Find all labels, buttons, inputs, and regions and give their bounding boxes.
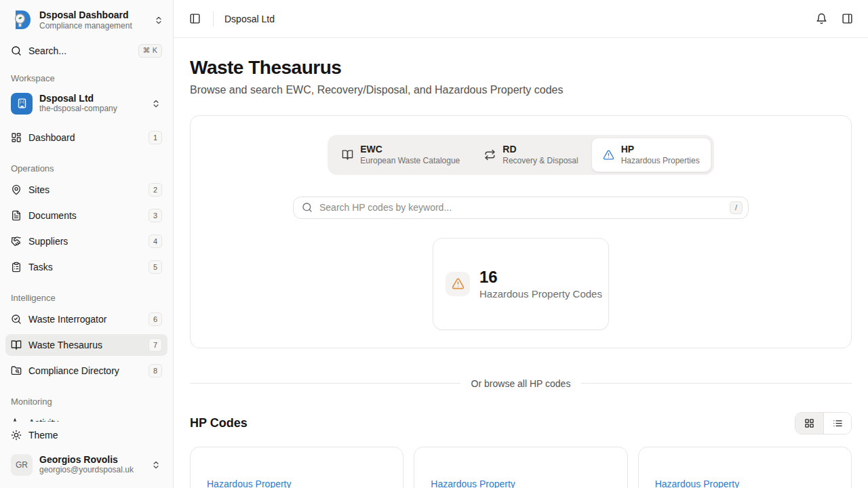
right-panel-toggle-button[interactable] xyxy=(837,9,857,29)
nav-label: Compliance Directory xyxy=(28,365,142,376)
chevrons-up-down-icon xyxy=(151,460,161,470)
folder-search-icon xyxy=(11,365,22,376)
tab-rd[interactable]: RD Recovery & Disposal xyxy=(473,138,589,172)
stat-label: Hazardous Property Codes xyxy=(479,288,602,300)
clipboard-list-icon xyxy=(11,262,22,272)
app-title: Dsposal Dashboard xyxy=(39,9,146,21)
workspace-chevron xyxy=(150,98,162,110)
nav-badge: 4 xyxy=(149,235,162,248)
sidebar-item-activity[interactable]: Activity xyxy=(5,412,167,422)
sidebar-toggle-button[interactable] xyxy=(184,9,205,29)
hp-card-hp3[interactable]: Hazardous Property HP3 xyxy=(638,447,852,488)
workspace-text: Dsposal Ltd the-dsposal-company xyxy=(39,93,143,115)
code-type-tabs: EWC European Waste Catalogue RD Recovery… xyxy=(328,135,713,175)
hp-card-hp1[interactable]: Hazardous Property HP1 xyxy=(190,447,403,488)
stat-text: 16 Hazardous Property Codes xyxy=(479,268,602,300)
grid-view-icon xyxy=(804,418,814,428)
nav-badge: 6 xyxy=(149,312,162,326)
list-view-button[interactable] xyxy=(823,413,851,434)
view-toggle xyxy=(795,412,852,434)
nav-label: Suppliers xyxy=(28,236,142,247)
theme-label: Theme xyxy=(28,430,162,441)
search-icon xyxy=(11,45,22,56)
chevrons-up-down-icon xyxy=(154,16,163,25)
app-header[interactable]: Dsposal Dashboard Compliance management xyxy=(0,0,173,38)
sidebar-item-waste-interrogator[interactable]: Waste Interrogator 6 xyxy=(5,308,167,330)
page-subtitle: Browse and search EWC, Recovery/Disposal… xyxy=(190,84,852,96)
user-text: Georgios Rovolis georgios@yourdsposal.uk xyxy=(39,454,143,476)
hp-card-category: Hazardous Property xyxy=(431,479,610,488)
hp-cards-grid: Hazardous Property HP1 Hazardous Propert… xyxy=(190,447,852,488)
workspace-building-icon xyxy=(11,93,33,115)
thesaurus-panel: EWC European Waste Catalogue RD Recovery… xyxy=(190,115,852,348)
slash-shortcut-badge: / xyxy=(730,201,743,214)
tab-code: EWC xyxy=(360,144,460,156)
section-label-intelligence: Intelligence xyxy=(5,293,167,303)
warning-triangle-icon xyxy=(446,272,470,296)
layout-dashboard-icon xyxy=(11,132,22,143)
user-menu[interactable]: GR Georgios Rovolis georgios@yourdsposal… xyxy=(5,449,167,481)
book-open-icon xyxy=(342,149,353,161)
nav-badge: 3 xyxy=(149,209,162,222)
sidebar-item-compliance-directory[interactable]: Compliance Directory 8 xyxy=(5,360,167,382)
browse-divider: Or browse all HP codes xyxy=(190,378,852,389)
tab-ewc[interactable]: EWC European Waste Catalogue xyxy=(330,138,471,172)
tab-text: EWC European Waste Catalogue xyxy=(360,144,460,166)
page-title: Waste Thesaurus xyxy=(190,57,852,79)
app-logo-icon xyxy=(11,9,33,31)
bell-icon xyxy=(816,13,827,24)
hp-search-wrap: / xyxy=(293,197,749,219)
hp-search-input[interactable] xyxy=(293,197,749,219)
tab-name: Hazardous Properties xyxy=(621,156,700,166)
sidebar-item-waste-thesaurus[interactable]: Waste Thesaurus 7 xyxy=(5,334,167,356)
app-switcher-chevron[interactable] xyxy=(153,14,165,26)
map-pin-icon xyxy=(11,184,22,195)
sidebar-nav: Workspace Dsposal Ltd the-dsposal-compan… xyxy=(0,61,173,422)
panel-left-icon xyxy=(189,13,201,24)
tab-hp[interactable]: HP Hazardous Properties xyxy=(591,138,711,172)
sidebar-item-documents[interactable]: Documents 3 xyxy=(5,205,167,226)
sidebar-item-tasks[interactable]: Tasks 5 xyxy=(5,256,167,278)
stat-value: 16 xyxy=(479,268,602,286)
sidebar-item-suppliers[interactable]: Suppliers 4 xyxy=(5,230,167,252)
book-open-icon xyxy=(11,340,22,350)
nav-label: Waste Interrogator xyxy=(28,314,142,325)
notifications-button[interactable] xyxy=(811,9,831,29)
sidebar-item-sites[interactable]: Sites 2 xyxy=(5,179,167,201)
nav-label: Waste Thesaurus xyxy=(28,340,142,350)
section-label-monitoring: Monitoring xyxy=(5,396,167,407)
sidebar: Dsposal Dashboard Compliance management … xyxy=(0,0,174,488)
main-area: Dsposal Ltd Waste Thesaurus Browse and s… xyxy=(174,0,868,488)
nav-badge: 2 xyxy=(149,183,162,197)
hp-count-card[interactable]: 16 Hazardous Property Codes xyxy=(433,238,609,330)
divider-line xyxy=(581,383,852,384)
tab-text: HP Hazardous Properties xyxy=(621,144,700,166)
sidebar-item-dashboard[interactable]: Dashboard 1 xyxy=(5,127,167,148)
divider-line xyxy=(190,383,460,384)
workspace-slug: the-dsposal-company xyxy=(39,104,143,115)
tab-name: European Waste Catalogue xyxy=(360,156,460,166)
tab-text: RD Recovery & Disposal xyxy=(502,144,578,166)
panel-right-icon xyxy=(842,13,853,24)
topbar: Dsposal Ltd xyxy=(174,0,868,38)
sidebar-search[interactable]: Search... ⌘ K xyxy=(5,41,167,60)
breadcrumb: Dsposal Ltd xyxy=(224,14,275,24)
hp-codes-title: HP Codes xyxy=(190,416,248,430)
section-label-operations: Operations xyxy=(5,163,167,174)
workspace-switcher[interactable]: Dsposal Ltd the-dsposal-company xyxy=(5,89,167,119)
hp-card-category: Hazardous Property xyxy=(655,479,835,488)
grid-view-button[interactable] xyxy=(795,413,823,434)
app-header-text: Dsposal Dashboard Compliance management xyxy=(39,9,146,31)
hp-codes-header: HP Codes xyxy=(190,412,852,434)
theme-toggle[interactable]: Theme xyxy=(5,424,167,446)
workspace-name: Dsposal Ltd xyxy=(39,93,143,104)
nav-badge: 1 xyxy=(149,131,162,144)
hp-card-hp2[interactable]: Hazardous Property HP2 xyxy=(414,447,627,488)
sidebar-footer: Theme GR Georgios Rovolis georgios@yourd… xyxy=(0,422,173,488)
search-label: Search... xyxy=(28,45,132,56)
nav-badge: 5 xyxy=(149,260,162,274)
user-menu-chevron xyxy=(150,459,162,471)
nav-badge: 7 xyxy=(149,338,162,352)
handshake-icon xyxy=(11,236,22,247)
section-label-workspace: Workspace xyxy=(5,73,167,83)
